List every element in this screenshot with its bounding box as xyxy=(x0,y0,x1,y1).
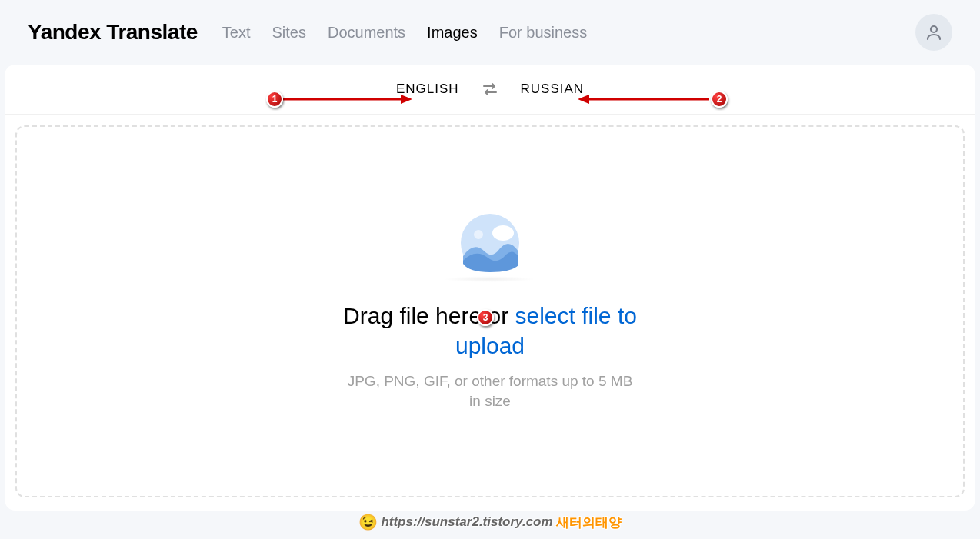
user-icon xyxy=(925,23,943,42)
drop-text-prefix: Drag file here or xyxy=(343,303,515,328)
swap-icon xyxy=(482,82,498,96)
image-placeholder-icon xyxy=(458,211,522,278)
user-button[interactable] xyxy=(915,14,952,51)
watermark: 😉 https://sunstar2.tistory.com 새터의태양 xyxy=(358,513,621,531)
svg-point-0 xyxy=(931,26,937,32)
source-language-button[interactable]: ENGLISH xyxy=(396,82,459,97)
header: Yandex Translate Text Sites Documents Im… xyxy=(0,0,980,65)
tab-text[interactable]: Text xyxy=(222,24,251,42)
drop-hint: JPG, PNG, GIF, or other formats up to 5 … xyxy=(344,371,636,411)
tab-business[interactable]: For business xyxy=(499,24,588,42)
swap-languages-button[interactable] xyxy=(482,82,498,96)
target-language-button[interactable]: RUSSIAN xyxy=(521,82,585,97)
main-panel: ENGLISH RUSSIAN Drag file here or select… xyxy=(5,65,975,511)
svg-point-2 xyxy=(492,225,514,241)
language-bar: ENGLISH RUSSIAN xyxy=(5,65,975,115)
tab-documents[interactable]: Documents xyxy=(328,24,405,42)
watermark-korean: 새터의태양 xyxy=(556,514,622,531)
tab-images[interactable]: Images xyxy=(427,24,478,42)
tab-sites[interactable]: Sites xyxy=(272,24,305,42)
drop-text: Drag file here or select file to upload xyxy=(336,301,644,361)
nav-tabs: Text Sites Documents Images For business xyxy=(222,24,915,42)
wink-emoji-icon: 😉 xyxy=(358,513,378,531)
logo[interactable]: Yandex Translate xyxy=(28,20,198,45)
watermark-url: https://sunstar2.tistory.com xyxy=(381,514,552,530)
drop-area[interactable]: Drag file here or select file to upload … xyxy=(15,125,965,497)
svg-point-3 xyxy=(474,230,483,239)
